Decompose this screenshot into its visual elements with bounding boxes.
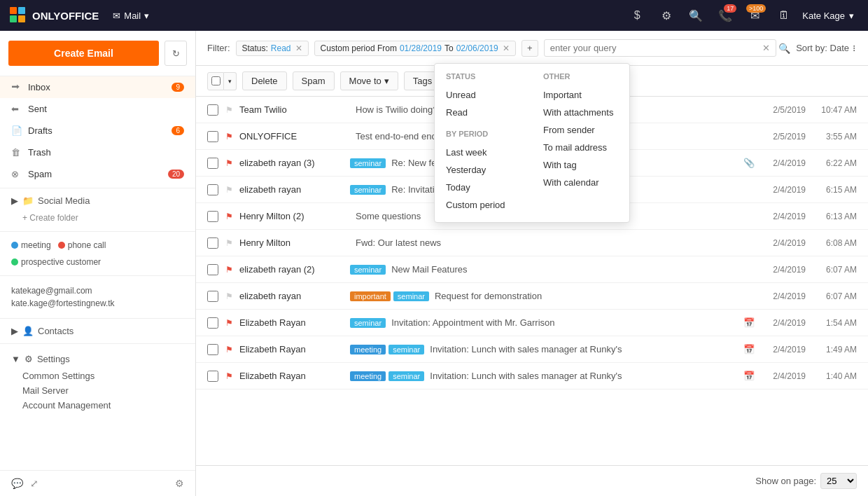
flag-icon[interactable]: ⚑ — [224, 185, 234, 195]
filter-today[interactable]: Today — [446, 179, 521, 196]
email-checkbox[interactable] — [207, 344, 218, 355]
dollar-icon-btn[interactable]: $ — [624, 3, 650, 28]
flag-icon[interactable]: ⚑ — [224, 345, 234, 354]
flag-icon[interactable]: ⚑ — [224, 158, 234, 168]
email-checkbox[interactable] — [207, 104, 218, 116]
create-folder-button[interactable]: + Create folder — [0, 210, 195, 228]
tag-seminar: seminar — [388, 371, 424, 381]
email-checkbox[interactable] — [207, 211, 218, 222]
email-checkbox[interactable] — [207, 184, 218, 195]
calendar-icon-btn[interactable]: 🗓 — [771, 3, 797, 28]
module-label: Mail — [124, 11, 141, 21]
expand-icon[interactable]: ⤢ — [30, 478, 38, 489]
email-row[interactable]: ⚑ Elizabeth Rayan meeting seminar Invita… — [196, 336, 868, 363]
flag-icon[interactable]: ⚑ — [224, 318, 234, 328]
tag-prospective-customer[interactable]: prospective customer — [11, 257, 101, 267]
flag-icon[interactable]: ⚑ — [224, 238, 234, 248]
sort-control[interactable]: Sort by: Date ⫶ — [796, 43, 857, 53]
drafts-icon: 📄 — [11, 125, 22, 136]
period-remove[interactable]: ✕ — [503, 43, 510, 53]
period-from[interactable]: 01/28/2019 — [400, 43, 442, 53]
talk-icon-btn[interactable]: 📞 17 — [713, 3, 738, 28]
filter-unread[interactable]: Unread — [446, 86, 521, 104]
refresh-button[interactable]: ↻ — [164, 41, 187, 66]
filter-with-attachments[interactable]: With attachments — [543, 104, 618, 121]
calendar-icon: 📅 — [743, 344, 755, 354]
sidebar-item-drafts[interactable]: 📄 Drafts 6 — [0, 120, 195, 142]
spam-button[interactable]: Spam — [293, 71, 335, 90]
calendar-icon: 📅 — [743, 317, 755, 328]
search-icon-btn[interactable]: 🔍 — [683, 3, 708, 28]
mail-server-link[interactable]: Mail Server — [0, 383, 195, 398]
filter-to-mail-address[interactable]: To mail address — [543, 139, 618, 156]
settings-icon-btn[interactable]: ⚙ — [654, 3, 679, 28]
create-email-button[interactable]: Create Email — [8, 41, 159, 66]
flag-icon[interactable]: ⚑ — [224, 265, 234, 275]
sidebar: Create Email ↻ ⮕ Inbox 9 ⬅ Sent 📄 Drafts… — [0, 31, 196, 496]
sidebar-settings-icon[interactable]: ⚙ — [175, 478, 184, 489]
filter-read[interactable]: Read — [446, 104, 521, 121]
sort-label: Sort by: Date — [796, 43, 849, 53]
account-fortesting[interactable]: kate.kage@fortestingnew.tk — [11, 297, 184, 310]
mail-icon-btn[interactable]: ✉ >100 — [742, 3, 767, 28]
flag-icon[interactable]: ⚑ — [224, 371, 234, 381]
common-settings-link[interactable]: Common Settings — [0, 368, 195, 383]
status-remove[interactable]: ✕ — [295, 43, 302, 53]
select-dropdown-btn[interactable]: ▾ — [224, 72, 237, 90]
social-media-folder[interactable]: ▶ 📁 Social Media — [0, 191, 195, 210]
filter-add-button[interactable]: + — [522, 40, 538, 57]
app-logo[interactable]: ONLYOFFICE — [8, 6, 99, 25]
filter-with-calendar[interactable]: With calendar — [543, 174, 618, 191]
email-row[interactable]: ⚑ elizabeth rayan (2) seminar New Mail F… — [196, 256, 868, 283]
per-page-select[interactable]: 25 50 100 — [820, 473, 857, 489]
chat-icon[interactable]: 💬 — [11, 478, 23, 489]
tag-phone-call[interactable]: phone call — [58, 240, 106, 250]
select-all-check[interactable] — [207, 72, 224, 90]
flag-icon[interactable]: ⚑ — [224, 291, 234, 301]
filter-search-input[interactable] — [544, 39, 776, 57]
module-menu[interactable]: ✉ Mail ▾ — [113, 11, 149, 21]
svg-rect-1 — [18, 7, 25, 14]
flag-icon[interactable]: ⚑ — [224, 105, 234, 115]
move-to-button[interactable]: Move to ▾ — [340, 71, 398, 90]
filter-yesterday[interactable]: Yesterday — [446, 161, 521, 179]
filter-from-sender[interactable]: From sender — [543, 121, 618, 139]
email-checkbox[interactable] — [207, 317, 218, 329]
user-menu[interactable]: Kate Kage ▾ — [797, 11, 860, 21]
dropdown-other-col: OTHER Important With attachments From se… — [532, 72, 629, 214]
email-date: 2/4/2019 — [760, 318, 806, 328]
email-checkbox[interactable] — [207, 131, 218, 142]
sidebar-item-inbox[interactable]: ⮕ Inbox 9 — [0, 76, 195, 98]
email-subject: Request for demonstration — [435, 291, 749, 301]
account-gmail[interactable]: katekage@gmail.com — [11, 284, 184, 297]
filter-search-icon[interactable]: 🔍 — [778, 43, 790, 54]
sidebar-item-trash[interactable]: 🗑 Trash — [0, 142, 195, 163]
contacts-section[interactable]: ▶ 👤 Contacts — [0, 322, 195, 340]
drafts-label: Drafts — [28, 125, 166, 136]
email-row[interactable]: ⚑ Henry Milton Fwd: Our latest news 2/4/… — [196, 230, 868, 256]
sidebar-item-spam[interactable]: ⊗ Spam 20 — [0, 163, 195, 185]
flag-icon[interactable]: ⚑ — [224, 212, 234, 221]
filter-important[interactable]: Important — [543, 86, 618, 104]
tag-meeting[interactable]: meeting — [11, 240, 51, 250]
settings-header[interactable]: ▼ ⚙ Settings — [0, 350, 195, 368]
filter-clear-icon[interactable]: ✕ — [762, 43, 770, 53]
email-row[interactable]: ⚑ elizabeth rayan important seminar Requ… — [196, 283, 868, 310]
flag-icon[interactable]: ⚑ — [224, 132, 234, 142]
period-to[interactable]: 02/06/2019 — [456, 43, 498, 53]
account-management-link[interactable]: Account Management — [0, 398, 195, 413]
filter-with-tag[interactable]: With tag — [543, 156, 618, 174]
email-row[interactable]: ⚑ Elizabeth Rayan seminar Invitation: Ap… — [196, 310, 868, 336]
email-checkbox[interactable] — [207, 371, 218, 382]
status-value[interactable]: Read — [271, 43, 291, 53]
email-checkbox[interactable] — [207, 158, 218, 169]
filter-last-week[interactable]: Last week — [446, 144, 521, 161]
email-checkbox[interactable] — [207, 237, 218, 249]
email-checkbox[interactable] — [207, 291, 218, 302]
email-row[interactable]: ⚑ Elizabeth Rayan meeting seminar Invita… — [196, 363, 868, 390]
filter-custom-period[interactable]: Custom period — [446, 196, 521, 214]
select-all-input[interactable] — [211, 76, 220, 85]
email-checkbox[interactable] — [207, 264, 218, 275]
delete-button[interactable]: Delete — [242, 71, 287, 90]
sidebar-item-sent[interactable]: ⬅ Sent — [0, 98, 195, 120]
